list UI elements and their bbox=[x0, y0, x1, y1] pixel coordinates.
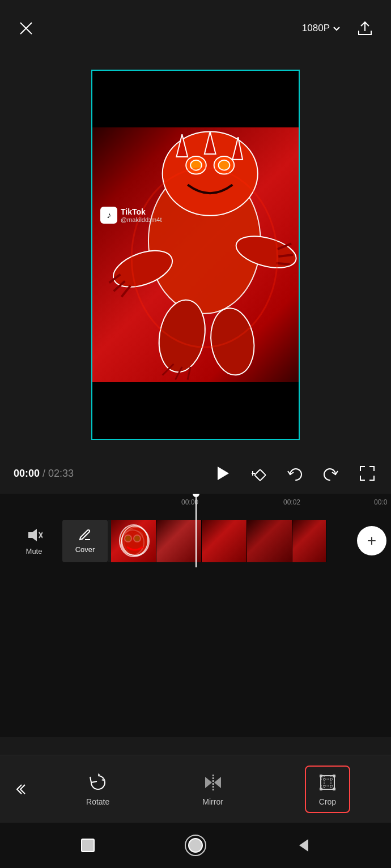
crop-label: Crop bbox=[319, 797, 336, 806]
svg-rect-46 bbox=[321, 776, 334, 789]
mute-label: Mute bbox=[26, 547, 42, 555]
svg-point-12 bbox=[219, 160, 230, 170]
back-nav-button[interactable] bbox=[289, 831, 317, 860]
back-button[interactable] bbox=[6, 767, 40, 812]
strip-frame-2 bbox=[156, 520, 202, 562]
play-button[interactable] bbox=[212, 463, 232, 484]
tiktok-watermark: ♪ TikTok @makilddзm4t bbox=[100, 207, 162, 224]
toolbar-items: Rotate Mirror bbox=[40, 766, 385, 813]
time-total: 02:33 bbox=[48, 468, 74, 479]
quality-button[interactable]: 1080P bbox=[302, 23, 341, 34]
mute-button[interactable]: Mute bbox=[11, 527, 57, 555]
frame-content-4 bbox=[111, 520, 156, 562]
time-display: 00:00 / 02:33 bbox=[14, 468, 212, 480]
video-image: ♪ TikTok @makilddзm4t bbox=[92, 127, 299, 382]
svg-marker-30 bbox=[28, 529, 37, 541]
mirror-icon bbox=[203, 772, 223, 793]
bottom-toolbar: Rotate Mirror bbox=[0, 755, 391, 823]
header-right: 1080P bbox=[302, 16, 377, 41]
keyframe-button[interactable] bbox=[248, 463, 269, 484]
add-clip-button[interactable]: + bbox=[357, 526, 386, 555]
fullscreen-button[interactable] bbox=[357, 463, 377, 484]
svg-rect-51 bbox=[320, 775, 322, 777]
monster-graphic bbox=[92, 127, 299, 382]
svg-marker-44 bbox=[205, 777, 212, 788]
crop-icon bbox=[317, 772, 338, 793]
strip-frame-3 bbox=[202, 520, 247, 562]
svg-rect-27 bbox=[254, 469, 266, 481]
strip-frame-5 bbox=[292, 520, 326, 562]
timestamp-1: 00:02 bbox=[283, 498, 300, 506]
controls-right bbox=[212, 463, 377, 484]
video-container: ♪ TikTok @makilddзm4t bbox=[91, 70, 300, 440]
video-strip[interactable]: 02:31 bbox=[111, 520, 352, 562]
undo-button[interactable] bbox=[284, 463, 305, 484]
video-black-top bbox=[92, 71, 299, 127]
mirror-tool[interactable]: Mirror bbox=[191, 767, 235, 812]
svg-rect-52 bbox=[333, 775, 335, 777]
playhead bbox=[196, 494, 197, 567]
time-current: 00:00 bbox=[14, 468, 40, 479]
stop-button[interactable] bbox=[74, 831, 102, 860]
time-separator: / bbox=[42, 468, 48, 479]
svg-point-42 bbox=[122, 526, 148, 555]
svg-rect-55 bbox=[82, 839, 94, 852]
video-preview-area: ♪ TikTok @makilddзm4t bbox=[0, 57, 391, 453]
tiktok-handle: @makilddзm4t bbox=[121, 216, 162, 223]
tiktok-name: TikTok bbox=[121, 207, 162, 216]
close-button[interactable] bbox=[14, 16, 39, 41]
strip-frame-4 bbox=[247, 520, 292, 562]
svg-rect-54 bbox=[333, 788, 335, 790]
bottom-nav bbox=[0, 823, 391, 868]
export-button[interactable] bbox=[352, 16, 377, 41]
svg-marker-45 bbox=[214, 777, 221, 788]
cover-button[interactable]: Cover bbox=[62, 520, 108, 562]
back-nav-icon bbox=[295, 837, 312, 854]
timestamp-2: 00:0 bbox=[374, 498, 387, 506]
cover-label: Cover bbox=[75, 545, 95, 554]
rotate-label: Rotate bbox=[86, 797, 109, 806]
video-strip-container: 02:31 bbox=[108, 520, 391, 562]
svg-rect-53 bbox=[320, 788, 322, 790]
rotate-icon bbox=[88, 772, 108, 793]
mirror-label: Mirror bbox=[202, 797, 223, 806]
svg-marker-58 bbox=[299, 839, 308, 852]
timeline-area: 00:00 00:02 00:0 Mute Cover bbox=[0, 494, 391, 737]
svg-line-21 bbox=[276, 263, 290, 264]
header: 1080P bbox=[0, 0, 391, 57]
record-icon bbox=[184, 834, 207, 857]
tiktok-logo: ♪ bbox=[100, 207, 117, 224]
rotate-tool[interactable]: Rotate bbox=[75, 767, 121, 812]
svg-marker-26 bbox=[218, 467, 229, 480]
video-black-bottom bbox=[92, 382, 299, 440]
tiktok-text: TikTok @makilddзm4t bbox=[121, 207, 162, 223]
svg-point-57 bbox=[189, 839, 202, 852]
record-button[interactable] bbox=[181, 831, 210, 860]
controls-bar: 00:00 / 02:33 bbox=[0, 453, 391, 494]
quality-label: 1080P bbox=[302, 23, 330, 34]
svg-point-7 bbox=[207, 305, 258, 378]
svg-line-18 bbox=[121, 285, 130, 297]
stop-icon bbox=[79, 837, 96, 854]
crop-tool[interactable]: Crop bbox=[305, 766, 350, 813]
redo-button[interactable] bbox=[321, 463, 341, 484]
